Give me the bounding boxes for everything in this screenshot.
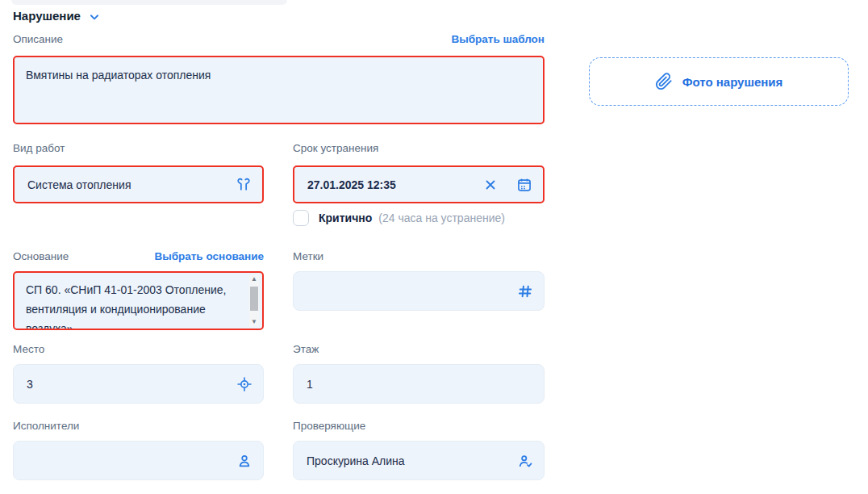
paperclip-icon	[655, 73, 673, 90]
deadline-field[interactable]	[293, 165, 545, 203]
place-field[interactable]	[13, 364, 264, 404]
executors-label: Исполнители	[13, 420, 79, 432]
deadline-input[interactable]	[294, 167, 480, 202]
scroll-up-icon[interactable]: ▲	[251, 275, 257, 283]
work-type-field[interactable]	[13, 165, 264, 203]
wrench-icon[interactable]	[233, 174, 254, 195]
executors-input[interactable]	[14, 442, 234, 479]
floor-input[interactable]	[294, 365, 544, 403]
clipped-element-above	[11, 0, 287, 5]
inspectors-input[interactable]	[294, 442, 515, 479]
calendar-icon[interactable]	[514, 174, 535, 195]
hash-icon[interactable]	[515, 281, 536, 302]
floor-label: Этаж	[293, 343, 319, 355]
basis-textarea[interactable]: СП 60. «СНиП 41-01-2003 Отопление, венти…	[13, 271, 264, 330]
choose-template-link[interactable]: Выбрать шаблон	[451, 33, 545, 45]
scrollbar-thumb[interactable]	[250, 287, 258, 311]
crosshair-locate-icon[interactable]	[234, 374, 255, 395]
basis-value: СП 60. «СНиП 41-01-2003 Отопление, венти…	[26, 280, 244, 329]
critical-label: Критично	[319, 211, 372, 224]
basis-label: Основание	[13, 250, 69, 262]
inspectors-label: Проверяющие	[293, 420, 365, 432]
tags-label: Метки	[293, 250, 323, 262]
tags-input[interactable]	[294, 272, 515, 310]
person-check-icon[interactable]	[515, 450, 536, 471]
description-textarea[interactable]: Вмятины на радиаторах отопления	[13, 56, 545, 124]
person-icon[interactable]	[234, 450, 255, 471]
critical-checkbox[interactable]	[293, 210, 309, 226]
work-type-input[interactable]	[15, 167, 233, 202]
work-type-label: Вид работ	[13, 142, 65, 154]
place-label: Место	[13, 343, 44, 355]
deadline-label: Срок устранения	[293, 142, 378, 154]
chevron-down-icon[interactable]	[89, 11, 100, 23]
floor-field[interactable]	[293, 364, 545, 404]
section-header: Нарушение	[13, 9, 100, 23]
clear-x-icon[interactable]	[480, 174, 501, 195]
critical-hint: (24 часа на устранение)	[378, 211, 505, 224]
inspectors-field[interactable]	[293, 441, 545, 480]
scroll-down-icon[interactable]: ▼	[251, 318, 257, 326]
photo-upload-label: Фото нарушения	[682, 75, 783, 89]
photo-upload-button[interactable]: Фото нарушения	[589, 57, 849, 106]
description-value: Вмятины на радиаторах отопления	[26, 65, 532, 85]
section-title: Нарушение	[13, 9, 81, 23]
choose-basis-link[interactable]: Выбрать основание	[154, 250, 264, 262]
basis-scrollbar[interactable]: ▲ ▼	[249, 275, 259, 326]
executors-field[interactable]	[13, 441, 264, 480]
place-input[interactable]	[14, 365, 234, 403]
tags-field[interactable]	[293, 271, 545, 311]
description-label: Описание	[13, 33, 63, 45]
